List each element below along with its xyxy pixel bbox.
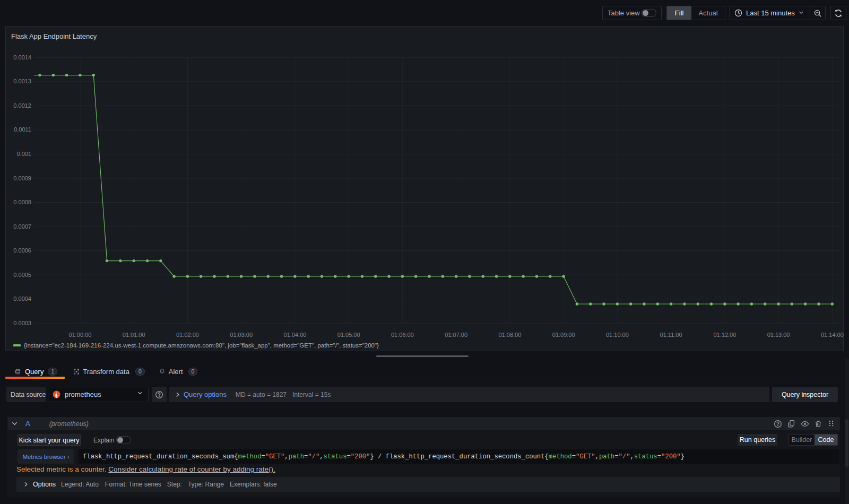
svg-text:0.0013: 0.0013 — [13, 78, 31, 84]
svg-text:01:00:00: 01:00:00 — [69, 332, 92, 338]
svg-text:01:08:00: 01:08:00 — [498, 332, 521, 338]
svg-text:01:09:00: 01:09:00 — [552, 332, 575, 338]
svg-text:01:07:00: 01:07:00 — [445, 332, 467, 338]
svg-text:0.0014: 0.0014 — [13, 54, 31, 60]
svg-text:0.0008: 0.0008 — [13, 199, 31, 205]
svg-text:01:01:00: 01:01:00 — [123, 332, 145, 338]
svg-text:0.0005: 0.0005 — [13, 272, 31, 278]
svg-text:01:04:00: 01:04:00 — [284, 332, 307, 338]
svg-text:0.0007: 0.0007 — [13, 223, 31, 230]
svg-text:0.001: 0.001 — [16, 151, 31, 157]
svg-text:01:10:00: 01:10:00 — [606, 332, 629, 338]
svg-text:01:05:00: 01:05:00 — [337, 332, 360, 338]
svg-text:01:13:00: 01:13:00 — [767, 332, 790, 338]
svg-text:01:06:00: 01:06:00 — [391, 332, 414, 338]
svg-text:01:03:00: 01:03:00 — [230, 332, 253, 338]
svg-text:0.0004: 0.0004 — [13, 296, 31, 302]
svg-text:01:11:00: 01:11:00 — [660, 332, 682, 338]
svg-text:0.0012: 0.0012 — [13, 102, 31, 109]
svg-text:01:14:00: 01:14:00 — [821, 332, 844, 338]
svg-text:0.0011: 0.0011 — [14, 126, 31, 133]
svg-text:0.0009: 0.0009 — [13, 175, 31, 181]
svg-text:01:12:00: 01:12:00 — [713, 332, 736, 338]
svg-text:0.0006: 0.0006 — [13, 247, 31, 254]
svg-text:0.0003: 0.0003 — [13, 320, 31, 326]
svg-text:01:02:00: 01:02:00 — [176, 332, 199, 338]
